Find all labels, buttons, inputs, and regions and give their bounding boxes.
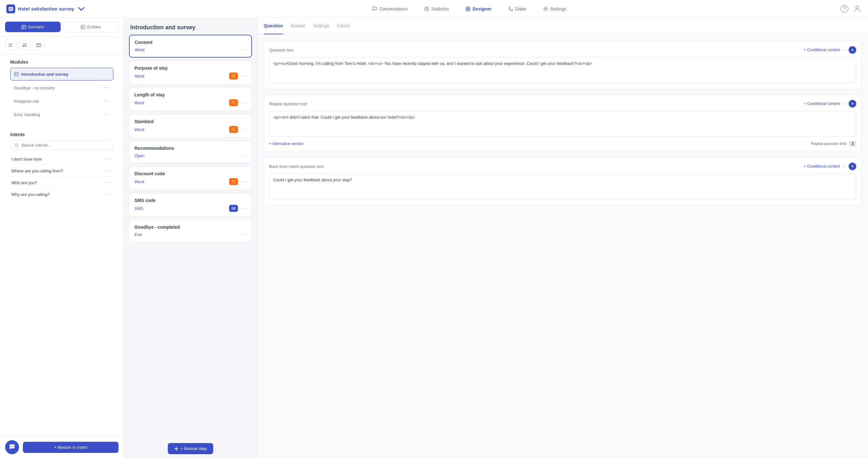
question-title-goodbye-completed: Goodbye - completed [134, 225, 247, 230]
module-item-goodbye[interactable]: Goodbye - no consent ··· [10, 82, 114, 94]
back-from-intent-menu[interactable]: ··· [842, 164, 846, 169]
center-panel: Introduction and survey Consent Word ···… [124, 18, 257, 458]
play-btn-2[interactable] [848, 100, 856, 108]
sidebar-tab-bar: Scenario Entities [0, 18, 124, 36]
question-type-discount: Word [134, 179, 144, 184]
standard-card-menu[interactable]: ··· [241, 126, 247, 132]
question-text-input[interactable]: <p><s>Good morning. I'm calling from Tom… [269, 58, 856, 83]
module-goodbye-menu[interactable]: ··· [103, 85, 110, 91]
play-btn-3[interactable] [848, 163, 856, 170]
sms-card-menu[interactable]: ··· [241, 205, 247, 211]
search-intents-input[interactable] [21, 143, 109, 148]
intent-no-time-menu[interactable]: ··· [106, 156, 112, 162]
conditional-content-btn-1[interactable]: + Conditional content [804, 48, 840, 52]
module-error-menu[interactable]: ··· [103, 112, 110, 117]
conditional-content-btn-2[interactable]: + Conditional content [804, 102, 840, 106]
recommendations-card-menu[interactable]: ··· [241, 153, 247, 159]
repeat-question-input[interactable]: <p><s>I didn't catch that. Could I get y… [269, 111, 856, 137]
conditional-content-label-3: + Conditional content [804, 164, 840, 169]
tab-intents[interactable]: Intents [337, 18, 350, 34]
add-module-btn[interactable]: + Module or intent [23, 442, 119, 453]
question-title-length: Length of stay [134, 92, 247, 97]
conditional-content-label-2: + Conditional content [804, 102, 840, 106]
question-type-goodbye-completed: End [134, 232, 142, 237]
tab-question[interactable]: Question [264, 18, 283, 34]
nav-conversations[interactable]: Conversations [370, 5, 410, 13]
back-from-intent-title: Back from intent question text [269, 164, 323, 169]
align-left-btn[interactable] [5, 39, 17, 51]
tab-settings[interactable]: Settings [313, 18, 329, 34]
question-title-recommendations: Recommendations [134, 146, 247, 151]
play-icon-2 [851, 102, 854, 105]
intent-calling-from[interactable]: Where are you calling from? ··· [10, 165, 114, 177]
question-card-consent[interactable]: Consent Word ··· [129, 35, 252, 58]
brand[interactable]: Hotel satisfaction survey [6, 4, 86, 13]
chat-fab-btn[interactable] [5, 440, 19, 454]
play-icon-3 [851, 165, 854, 168]
chevron-down-icon [77, 4, 86, 13]
play-btn-1[interactable] [848, 46, 856, 54]
phone-icon [508, 6, 513, 11]
add-step-btn[interactable]: + Module step [168, 443, 213, 454]
plus-icon [174, 447, 179, 451]
question-card-purpose[interactable]: Purpose of stay Word ··· [129, 61, 252, 84]
question-card-standard[interactable]: Standard Word ··· [129, 114, 252, 138]
module-goodbye-label: Goodbye - no consent [14, 86, 55, 90]
question-title-consent: Consent [135, 40, 246, 45]
chart-icon [424, 6, 429, 11]
intent-why-menu[interactable]: ··· [106, 192, 112, 197]
svg-point-6 [545, 8, 547, 9]
tab-entities[interactable]: Entities [63, 22, 119, 32]
play-icon-1 [851, 48, 854, 52]
module-postpone-menu[interactable]: ··· [103, 98, 110, 104]
back-from-intent-input[interactable]: Could I get your feedback about your sta… [269, 174, 856, 199]
tab-entities-label: Entities [87, 25, 101, 29]
tab-scenario[interactable]: Scenario [5, 22, 61, 32]
module-intro-menu[interactable]: ··· [103, 71, 109, 77]
nav-settings-label: Settings [550, 6, 566, 11]
tab-question-label: Question [264, 23, 283, 28]
question-card-recommendations[interactable]: Recommendations Open ··· [129, 141, 252, 163]
module-item-intro[interactable]: Introduction and survey ··· [10, 68, 114, 81]
gear-icon [543, 6, 548, 11]
intent-calling-from-label: Where are you calling from? [11, 169, 63, 173]
intent-who-menu[interactable]: ··· [106, 180, 112, 185]
question-card-length[interactable]: Length of stay Word ··· [129, 87, 252, 111]
question-text-menu[interactable]: ··· [842, 48, 846, 53]
indent-btn[interactable] [19, 39, 31, 51]
nav-conversations-label: Conversations [379, 6, 408, 11]
length-card-menu[interactable]: ··· [241, 100, 247, 106]
intent-calling-from-menu[interactable]: ··· [106, 168, 112, 174]
intent-no-time[interactable]: I don't have time ··· [10, 153, 114, 165]
chat-fab-icon [8, 444, 16, 451]
question-type-standard: Word [134, 127, 144, 132]
svg-rect-3 [468, 7, 470, 8]
alt-version-btn[interactable]: + Alternative version [269, 142, 303, 146]
intent-who-are-you[interactable]: Who are you? ··· [10, 177, 114, 189]
nav-settings[interactable]: Settings [540, 5, 569, 13]
user-icon[interactable] [853, 4, 862, 13]
list-btn[interactable] [33, 39, 44, 51]
nav-dialer[interactable]: Dialer [505, 5, 529, 13]
purpose-card-menu[interactable]: ··· [241, 73, 247, 79]
tab-settings-label: Settings [313, 23, 329, 28]
nav-statistics[interactable]: Statistics [422, 5, 452, 13]
question-card-discount[interactable]: Discount code Word ··· [129, 166, 252, 190]
intent-why-calling[interactable]: Why are you calling? ··· [10, 189, 114, 200]
goodbye-completed-card-menu[interactable]: ··· [241, 232, 247, 237]
module-item-error[interactable]: Error handling ··· [10, 109, 114, 120]
consent-card-menu[interactable]: ··· [240, 47, 246, 53]
help-icon[interactable] [840, 4, 849, 13]
discount-card-menu[interactable]: ··· [241, 179, 247, 184]
question-card-goodbye-completed[interactable]: Goodbye - completed End ··· [129, 220, 252, 242]
nav-dialer-label: Dialer [515, 6, 527, 11]
conditional-content-btn-3[interactable]: + Conditional content [804, 164, 840, 169]
tab-answer[interactable]: Answer [291, 18, 306, 34]
repeat-question-menu[interactable]: ··· [842, 101, 846, 106]
module-item-postpone[interactable]: Postpone call ··· [10, 95, 114, 107]
repeat-question-section: Repeat question text + Conditional conte… [264, 94, 862, 152]
question-card-sms[interactable]: SMS code SMS ··· [129, 193, 252, 217]
nav-designer[interactable]: Designer [463, 5, 494, 13]
svg-rect-12 [36, 44, 41, 47]
main-nav: Conversations Statistics Designer Dialer… [98, 5, 840, 13]
